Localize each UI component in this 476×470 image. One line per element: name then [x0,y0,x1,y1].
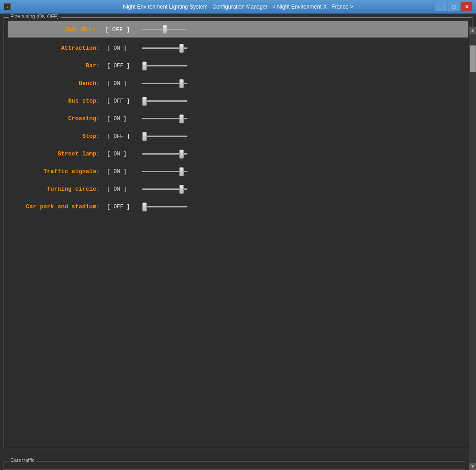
setting-row: Bar: [ OFF ] [8,57,468,75]
setting-status-5: [ OFF ] [107,133,139,140]
slider-track-7[interactable] [142,171,187,172]
slider-container-4[interactable] [142,118,187,119]
setting-label-0: Attraction: [8,45,107,52]
slider-track-8[interactable] [142,188,187,190]
scrollbar[interactable]: ▲ ▼ [469,27,476,470]
slider-container-5[interactable] [142,136,187,137]
setting-row: Bus stop: [ OFF ] [8,92,468,110]
setting-label-5: Stop: [8,133,107,140]
slider-container-0[interactable] [142,47,187,49]
slider-container-7[interactable] [142,171,187,172]
slider-container-2[interactable] [142,83,187,84]
slider-track-3[interactable] [142,100,187,102]
setting-label-2: Bench: [8,80,107,87]
setting-row: Turning circle: [ ON ] [8,180,468,198]
setting-row: Car park and stadium: [ OFF ] [8,198,468,216]
setting-status-3: [ OFF ] [107,98,139,104]
set-all-slider-track[interactable] [141,29,187,30]
slider-container-3[interactable] [142,100,187,102]
slider-container-1[interactable] [142,65,187,66]
setting-row: Stop: [ OFF ] [8,127,468,145]
set-all-row: Set ALL: [ OFF ] [8,21,468,38]
cars-traffic-label: Cars traffic [9,457,36,463]
slider-thumb-9[interactable] [142,202,147,212]
set-all-slider-thumb[interactable] [163,25,167,34]
setting-status-4: [ ON ] [107,116,139,122]
setting-label-7: Traffic signals: [8,168,107,175]
slider-track-6[interactable] [142,153,187,155]
setting-status-1: [ OFF ] [107,63,139,69]
slider-thumb-8[interactable] [179,185,184,194]
slider-thumb-5[interactable] [142,132,147,141]
slider-container-6[interactable] [142,153,187,155]
setting-row: Traffic signals: [ ON ] [8,163,468,180]
slider-track-5[interactable] [142,136,187,137]
setting-row: Attraction: [ ON ] [8,39,468,57]
set-all-label: Set ALL: [15,26,105,33]
setting-row: Street lamp: [ ON ] [8,145,468,163]
slider-container-9[interactable] [142,206,187,207]
slider-track-2[interactable] [142,83,187,84]
setting-status-9: [ OFF ] [107,204,139,210]
fine-tuning-group: Fine tuning (ON-OFF) Set ALL: [ OFF ] At… [4,17,472,448]
main-area: Fine tuning (ON-OFF) Set ALL: [ OFF ] At… [0,14,476,470]
setting-status-7: [ ON ] [107,169,139,175]
slider-thumb-7[interactable] [179,167,184,176]
slider-thumb-4[interactable] [179,114,184,123]
slider-thumb-3[interactable] [142,97,147,106]
slider-track-4[interactable] [142,118,187,119]
setting-status-0: [ ON ] [107,45,139,52]
minimize-button[interactable]: ─ [435,2,447,11]
cars-traffic-group: Cars traffic [4,461,465,470]
title-bar: ★ Night Environment Lighting System - Co… [0,0,476,14]
slider-thumb-0[interactable] [179,44,184,53]
setting-label-9: Car park and stadium: [8,203,107,210]
restore-button[interactable]: □ [448,2,460,11]
setting-label-3: Bus stop: [8,98,107,104]
window-controls: ─ □ ✕ [435,2,472,11]
slider-container-8[interactable] [142,188,187,190]
scrollbar-thumb[interactable] [470,45,476,72]
setting-label-8: Turning circle: [8,186,107,193]
window-title: Night Environment Lighting System - Conf… [123,4,353,10]
setting-label-4: Crossing: [8,115,107,122]
app-icon: ★ [4,3,11,10]
setting-status-6: [ ON ] [107,151,139,157]
setting-label-6: Street lamp: [8,150,107,157]
slider-thumb-6[interactable] [179,150,184,159]
setting-label-1: Bar: [8,62,107,69]
setting-row: Bench: [ ON ] [8,75,468,92]
slider-track-9[interactable] [142,206,187,207]
setting-status-8: [ ON ] [107,186,139,193]
setting-status-2: [ ON ] [107,80,139,87]
setting-row: Crossing: [ ON ] [8,110,468,127]
slider-track-1[interactable] [142,65,187,66]
set-all-status: [ OFF ] [105,26,137,33]
settings-list: Attraction: [ ON ] Bar: [ OFF ] Bench: [… [8,39,468,216]
fine-tuning-label: Fine tuning (ON-OFF) [9,14,61,19]
slider-thumb-1[interactable] [142,61,147,70]
slider-track-0[interactable] [142,47,187,49]
set-all-slider-container[interactable] [141,29,187,30]
slider-thumb-2[interactable] [179,79,184,88]
close-button[interactable]: ✕ [461,2,472,11]
